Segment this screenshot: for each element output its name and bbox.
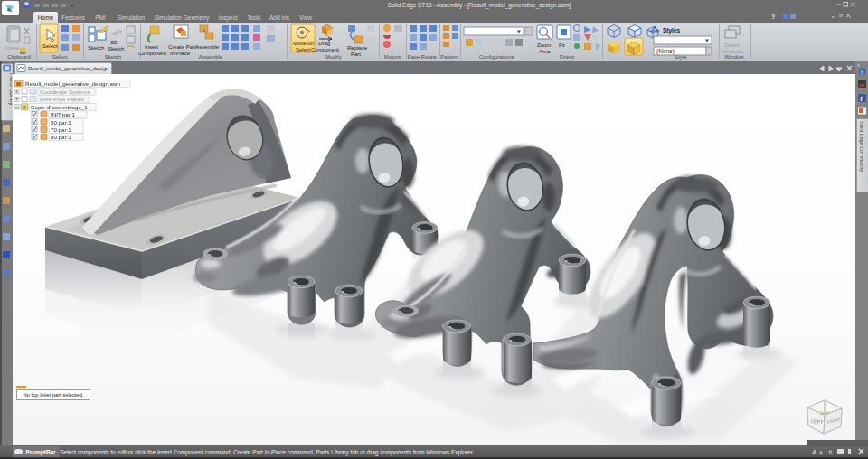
svg-text:(None): (None) [656, 48, 675, 55]
svg-text:Sketch: Sketch [108, 46, 124, 52]
svg-text:Copie d'assemblage_1: Copie d'assemblage_1 [31, 104, 88, 110]
svg-text:LEFT: LEFT [811, 418, 824, 425]
svg-text:?: ? [860, 69, 863, 75]
svg-text:Replace: Replace [347, 45, 368, 51]
svg-text:Parts Library: Parts Library [8, 73, 12, 107]
svg-text:Select: Select [42, 43, 58, 49]
svg-text:50.par:1: 50.par:1 [51, 119, 71, 126]
svg-text:Insert: Insert [145, 44, 158, 50]
svg-text:Move on: Move on [293, 41, 314, 46]
svg-text:Coordinate Systems: Coordinate Systems [40, 89, 90, 95]
svg-text:INIT.par:1: INIT.par:1 [51, 111, 75, 117]
svg-text:f: f [860, 95, 863, 103]
svg-text:Drag: Drag [318, 41, 330, 46]
svg-text:⇅: ⇅ [828, 450, 833, 455]
svg-text:Zoom: Zoom [537, 42, 551, 48]
svg-text:Result_model_generative_design: Result_model_generative_design.asm [25, 80, 120, 87]
svg-text:Area: Area [539, 49, 551, 54]
svg-text:80.par:1: 80.par:1 [51, 134, 71, 140]
svg-text:Select: Select [296, 47, 311, 52]
svg-text:Component: Component [138, 51, 166, 56]
svg-text:Styles: Styles [663, 27, 681, 34]
svg-text:Reference Planes: Reference Planes [40, 96, 84, 102]
svg-text:Switch: Switch [724, 42, 741, 48]
svg-text:Assemble: Assemble [195, 44, 220, 50]
svg-text:Part: Part [351, 52, 361, 57]
svg-text:A: A [819, 450, 823, 455]
svg-text:Create Part: Create Part [168, 44, 196, 50]
svg-text:70.par:1: 70.par:1 [51, 126, 71, 133]
svg-text:Sketch: Sketch [88, 45, 104, 51]
svg-text:Paste: Paste [5, 45, 20, 51]
svg-text:A: A [812, 448, 817, 456]
svg-text:Fit: Fit [559, 42, 565, 48]
svg-text:?: ? [771, 14, 775, 20]
svg-text:3D: 3D [110, 40, 118, 45]
svg-text:Component: Component [311, 47, 339, 52]
svg-text:Windows: Windows [722, 49, 743, 54]
svg-text:x: x [857, 62, 860, 68]
svg-text:In-Place: In-Place [170, 51, 191, 56]
